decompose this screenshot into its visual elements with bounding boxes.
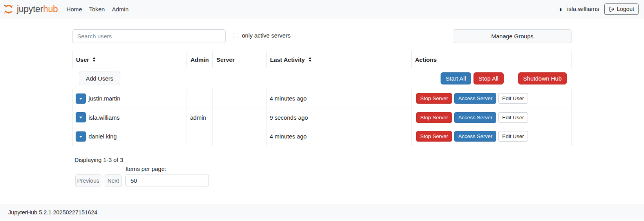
previous-page-button[interactable]: Previous [75, 174, 101, 187]
user-dropdown-toggle[interactable] [76, 131, 86, 142]
stop-server-button[interactable]: Stop Server [416, 93, 452, 104]
access-server-button[interactable]: Access Server [454, 112, 496, 123]
last-activity-cell: 9 seconds ago [267, 108, 412, 127]
user-name: isla.williams [89, 114, 120, 121]
only-active-servers-checkbox[interactable] [233, 33, 238, 38]
server-cell [213, 89, 267, 108]
nav-link-token[interactable]: Token [89, 6, 105, 13]
admin-cell [187, 127, 213, 146]
edit-user-button[interactable]: Edit User [498, 112, 528, 123]
shutdown-hub-button[interactable]: Shutdown Hub [518, 72, 567, 84]
table-body: justin.martin 4 minutes ago Stop Server … [72, 89, 572, 146]
stop-server-button[interactable]: Stop Server [416, 112, 452, 123]
theme-toggle-icon[interactable]: ◐ [559, 5, 563, 13]
jupyterhub-logo[interactable]: jupyterhub [3, 4, 58, 14]
manage-groups-button[interactable]: Manage Groups [453, 29, 572, 43]
edit-user-button[interactable]: Edit User [498, 93, 528, 104]
next-page-button[interactable]: Next [105, 174, 122, 187]
admin-cell: admin [187, 108, 213, 127]
pagination-summary: Displaying 1-3 of 3 [74, 156, 123, 163]
version-text: JupyterHub 5.2.1 20250227151624 [8, 209, 97, 216]
table-row: justin.martin 4 minutes ago Stop Server … [72, 89, 572, 108]
brand-text: jupyterhub [17, 4, 58, 14]
footer: JupyterHub 5.2.1 20250227151624 [0, 205, 644, 219]
caret-down-icon [79, 136, 82, 138]
last-activity-cell: 4 minutes ago [267, 89, 412, 108]
brand-hub: hub [43, 4, 58, 14]
user-name: justin.martin [89, 95, 120, 102]
current-username: isla.williams [567, 5, 599, 13]
only-active-servers-filter: only active servers [233, 32, 290, 39]
access-server-button[interactable]: Access Server [454, 93, 496, 104]
items-per-page-input[interactable] [125, 174, 209, 187]
brand-jupyter: jupyter [17, 4, 43, 14]
sort-icon [308, 57, 312, 62]
user-dropdown-toggle[interactable] [76, 112, 86, 122]
admin-cell [187, 89, 213, 108]
nav-link-home[interactable]: Home [66, 6, 82, 13]
logout-button[interactable]: Logout [604, 4, 639, 15]
caret-down-icon [79, 117, 82, 119]
sort-icon [93, 57, 96, 62]
search-input[interactable] [72, 29, 226, 43]
items-per-page-label: Items per page: [125, 165, 166, 172]
users-table: User Admin Server Last Activity Actions … [72, 51, 572, 146]
add-users-button[interactable]: Add Users [79, 72, 120, 85]
server-cell [213, 127, 267, 146]
only-active-servers-label[interactable]: only active servers [242, 32, 290, 39]
user-name: daniel.king [89, 133, 117, 140]
header-last-activity[interactable]: Last Activity [267, 51, 412, 68]
table-action-row: Add Users Start All Stop All Shutdown Hu… [72, 68, 572, 89]
header-admin: Admin [187, 51, 213, 68]
navbar-right: ◐ isla.williams Logout [559, 4, 639, 15]
caret-down-icon [79, 98, 82, 100]
header-user[interactable]: User [73, 51, 187, 68]
table-row: isla.williams admin 9 seconds ago Stop S… [72, 108, 572, 128]
jupyterhub-admin-page: jupyterhub Home Token Admin ◐ isla.willi… [0, 0, 644, 221]
access-server-button[interactable]: Access Server [454, 131, 496, 142]
header-server: Server [213, 51, 267, 68]
stop-all-button[interactable]: Stop All [473, 72, 504, 84]
user-dropdown-toggle[interactable] [76, 93, 86, 104]
header-actions: Actions [412, 51, 571, 68]
logout-label: Logout [617, 6, 634, 12]
logout-icon [609, 6, 615, 12]
table-header-row: User Admin Server Last Activity Actions [72, 51, 572, 68]
jupyter-logo-icon [3, 4, 14, 14]
edit-user-button[interactable]: Edit User [498, 131, 528, 142]
nav-link-admin[interactable]: Admin [112, 6, 129, 13]
bulk-actions: Start All Stop All Shutdown Hub [441, 72, 567, 84]
server-cell [213, 108, 267, 127]
navbar: jupyterhub Home Token Admin ◐ isla.willi… [0, 0, 644, 18]
table-row: daniel.king 4 minutes ago Stop Server Ac… [72, 127, 572, 146]
stop-server-button[interactable]: Stop Server [416, 131, 452, 142]
last-activity-cell: 4 minutes ago [267, 127, 412, 146]
start-all-button[interactable]: Start All [441, 72, 471, 84]
